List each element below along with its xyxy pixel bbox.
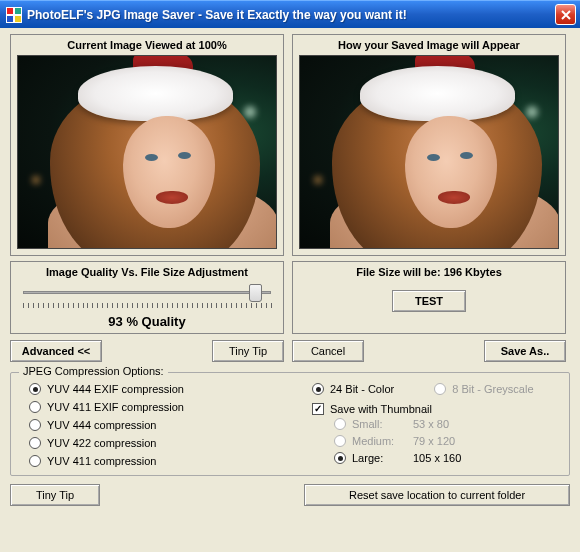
thumbnail-size-medium: Medium:79 x 120	[334, 435, 561, 447]
radio-24bit-label: 24 Bit - Color	[330, 383, 394, 395]
saved-image-panel: How your Saved Image will Appear	[292, 34, 566, 256]
current-image	[17, 55, 277, 249]
tiny-tip-button-top[interactable]: Tiny Tip	[212, 340, 284, 362]
quality-label: Image Quality Vs. File Size Adjustment	[46, 266, 248, 278]
compression-legend: JPEG Compression Options:	[19, 365, 168, 377]
quality-panel: Image Quality Vs. File Size Adjustment 9…	[10, 261, 284, 334]
compression-option-4[interactable]: YUV 411 compression	[29, 455, 286, 467]
radio-8bit: 8 Bit - Greyscale	[434, 383, 533, 395]
client-area: Current Image Viewed at 100% How your Sa…	[0, 28, 580, 512]
compression-option-label: YUV 444 EXIF compression	[47, 383, 184, 395]
current-image-header: Current Image Viewed at 100%	[67, 39, 226, 51]
thumbnail-size-large[interactable]: Large:105 x 160	[334, 452, 561, 464]
compression-option-1[interactable]: YUV 411 EXIF compression	[29, 401, 286, 413]
compression-option-label: YUV 411 compression	[47, 455, 156, 467]
compression-option-label: YUV 422 compression	[47, 437, 156, 449]
svg-rect-4	[15, 16, 21, 22]
saved-image-header: How your Saved Image will Appear	[338, 39, 520, 51]
app-icon	[6, 7, 22, 23]
save-thumbnail-label: Save with Thumbnail	[330, 403, 432, 415]
filesize-panel: File Size will be: 196 Kbytes TEST	[292, 261, 566, 334]
save-thumbnail-checkbox[interactable]: ✓ Save with Thumbnail	[312, 403, 561, 415]
save-as-button[interactable]: Save As..	[484, 340, 566, 362]
radio-8bit-label: 8 Bit - Greyscale	[452, 383, 533, 395]
cancel-button[interactable]: Cancel	[292, 340, 364, 362]
compression-groupbox: JPEG Compression Options: YUV 444 EXIF c…	[10, 372, 570, 476]
test-button[interactable]: TEST	[392, 290, 466, 312]
compression-option-2[interactable]: YUV 444 compression	[29, 419, 286, 431]
compression-option-3[interactable]: YUV 422 compression	[29, 437, 286, 449]
thumbnail-size-small: Small:53 x 80	[334, 418, 561, 430]
radio-24bit[interactable]: 24 Bit - Color	[312, 383, 394, 395]
quality-slider[interactable]	[21, 284, 273, 310]
quality-value: 93 % Quality	[108, 314, 185, 329]
compression-option-label: YUV 411 EXIF compression	[47, 401, 184, 413]
svg-rect-1	[7, 8, 13, 14]
svg-rect-2	[15, 8, 21, 14]
filesize-label: File Size will be: 196 Kbytes	[356, 266, 502, 278]
close-button[interactable]	[555, 4, 576, 25]
compression-option-label: YUV 444 compression	[47, 419, 156, 431]
title-bar: PhotoELF's JPG Image Saver - Save it Exa…	[0, 0, 580, 28]
compression-option-0[interactable]: YUV 444 EXIF compression	[29, 383, 286, 395]
current-image-panel: Current Image Viewed at 100%	[10, 34, 284, 256]
svg-rect-3	[7, 16, 13, 22]
tiny-tip-button-bottom[interactable]: Tiny Tip	[10, 484, 100, 506]
advanced-button[interactable]: Advanced <<	[10, 340, 102, 362]
window-title: PhotoELF's JPG Image Saver - Save it Exa…	[27, 8, 555, 22]
reset-save-location-button[interactable]: Reset save location to current folder	[304, 484, 570, 506]
saved-image	[299, 55, 559, 249]
